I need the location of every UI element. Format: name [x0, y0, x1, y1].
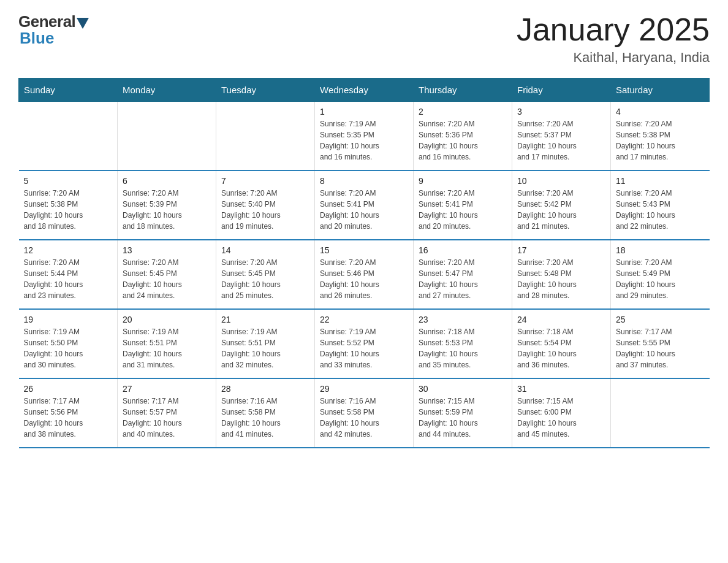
- calendar-cell: [118, 102, 216, 171]
- calendar-cell: 10Sunrise: 7:20 AMSunset: 5:42 PMDayligh…: [512, 170, 611, 240]
- day-info: Sunrise: 7:18 AMSunset: 5:53 PMDaylight:…: [419, 326, 507, 370]
- day-info: Sunrise: 7:20 AMSunset: 5:49 PMDaylight:…: [616, 257, 705, 301]
- header-cell-thursday: Thursday: [414, 79, 512, 102]
- day-number: 23: [419, 315, 507, 324]
- header-cell-sunday: Sunday: [19, 79, 118, 102]
- day-number: 10: [517, 176, 605, 186]
- calendar-cell: 31Sunrise: 7:15 AMSunset: 6:00 PMDayligh…: [512, 378, 611, 448]
- day-number: 5: [24, 176, 113, 186]
- day-number: 30: [419, 384, 507, 394]
- calendar-subtitle: Kaithal, Haryana, India: [517, 50, 710, 66]
- logo-blue-text: Blue: [18, 29, 54, 48]
- day-number: 18: [616, 245, 705, 255]
- calendar-cell: 9Sunrise: 7:20 AMSunset: 5:41 PMDaylight…: [414, 170, 512, 240]
- day-number: 24: [517, 315, 605, 324]
- week-row-2: 5Sunrise: 7:20 AMSunset: 5:38 PMDaylight…: [19, 170, 710, 240]
- day-info: Sunrise: 7:17 AMSunset: 5:56 PMDaylight:…: [24, 396, 113, 440]
- calendar-cell: 11Sunrise: 7:20 AMSunset: 5:43 PMDayligh…: [611, 170, 710, 240]
- header-cell-tuesday: Tuesday: [216, 79, 315, 102]
- day-number: 16: [419, 245, 507, 255]
- day-number: 15: [320, 245, 408, 255]
- day-number: 7: [221, 176, 309, 186]
- calendar-cell: 23Sunrise: 7:18 AMSunset: 5:53 PMDayligh…: [414, 309, 512, 378]
- calendar-title: January 2025: [517, 12, 710, 47]
- day-info: Sunrise: 7:20 AMSunset: 5:40 PMDaylight:…: [221, 188, 309, 232]
- day-info: Sunrise: 7:19 AMSunset: 5:51 PMDaylight:…: [123, 326, 211, 370]
- week-row-3: 12Sunrise: 7:20 AMSunset: 5:44 PMDayligh…: [19, 240, 710, 309]
- header-row: SundayMondayTuesdayWednesdayThursdayFrid…: [19, 79, 710, 102]
- day-number: 4: [616, 107, 705, 117]
- day-number: 12: [24, 245, 113, 255]
- day-info: Sunrise: 7:20 AMSunset: 5:38 PMDaylight:…: [24, 188, 113, 232]
- day-info: Sunrise: 7:16 AMSunset: 5:58 PMDaylight:…: [320, 396, 408, 440]
- calendar-cell: 17Sunrise: 7:20 AMSunset: 5:48 PMDayligh…: [512, 240, 611, 309]
- day-number: 19: [24, 315, 113, 324]
- day-number: 1: [320, 107, 408, 117]
- day-info: Sunrise: 7:20 AMSunset: 5:46 PMDaylight:…: [320, 257, 408, 301]
- calendar-cell: 5Sunrise: 7:20 AMSunset: 5:38 PMDaylight…: [19, 170, 118, 240]
- day-info: Sunrise: 7:20 AMSunset: 5:37 PMDaylight:…: [517, 118, 605, 163]
- calendar-cell: 14Sunrise: 7:20 AMSunset: 5:45 PMDayligh…: [216, 240, 315, 309]
- day-number: 11: [616, 176, 705, 186]
- day-info: Sunrise: 7:19 AMSunset: 5:52 PMDaylight:…: [320, 326, 408, 370]
- calendar-cell: 15Sunrise: 7:20 AMSunset: 5:46 PMDayligh…: [315, 240, 414, 309]
- calendar-cell: 7Sunrise: 7:20 AMSunset: 5:40 PMDaylight…: [216, 170, 315, 240]
- day-number: 2: [419, 107, 507, 117]
- calendar-cell: 18Sunrise: 7:20 AMSunset: 5:49 PMDayligh…: [611, 240, 710, 309]
- calendar-cell: 12Sunrise: 7:20 AMSunset: 5:44 PMDayligh…: [19, 240, 118, 309]
- calendar-cell: 24Sunrise: 7:18 AMSunset: 5:54 PMDayligh…: [512, 309, 611, 378]
- calendar-cell: 19Sunrise: 7:19 AMSunset: 5:50 PMDayligh…: [19, 309, 118, 378]
- calendar-cell: 3Sunrise: 7:20 AMSunset: 5:37 PMDaylight…: [512, 102, 611, 171]
- page-header: General Blue January 2025 Kaithal, Harya…: [18, 12, 710, 66]
- day-info: Sunrise: 7:20 AMSunset: 5:39 PMDaylight:…: [123, 188, 211, 232]
- calendar-cell: 21Sunrise: 7:19 AMSunset: 5:51 PMDayligh…: [216, 309, 315, 378]
- day-number: 8: [320, 176, 408, 186]
- calendar-cell: 4Sunrise: 7:20 AMSunset: 5:38 PMDaylight…: [611, 102, 710, 171]
- day-number: 13: [123, 245, 211, 255]
- day-info: Sunrise: 7:20 AMSunset: 5:45 PMDaylight:…: [123, 257, 211, 301]
- calendar-cell: 1Sunrise: 7:19 AMSunset: 5:35 PMDaylight…: [315, 102, 414, 171]
- day-info: Sunrise: 7:20 AMSunset: 5:43 PMDaylight:…: [616, 188, 705, 232]
- day-info: Sunrise: 7:15 AMSunset: 6:00 PMDaylight:…: [517, 396, 605, 440]
- calendar-cell: 2Sunrise: 7:20 AMSunset: 5:36 PMDaylight…: [414, 102, 512, 171]
- day-number: 31: [517, 384, 605, 394]
- day-info: Sunrise: 7:20 AMSunset: 5:44 PMDaylight:…: [24, 257, 113, 301]
- week-row-1: 1Sunrise: 7:19 AMSunset: 5:35 PMDaylight…: [19, 102, 710, 171]
- calendar-cell: 8Sunrise: 7:20 AMSunset: 5:41 PMDaylight…: [315, 170, 414, 240]
- day-info: Sunrise: 7:16 AMSunset: 5:58 PMDaylight:…: [221, 396, 309, 440]
- day-number: 26: [24, 384, 113, 394]
- calendar-cell: 13Sunrise: 7:20 AMSunset: 5:45 PMDayligh…: [118, 240, 216, 309]
- calendar-cell: 20Sunrise: 7:19 AMSunset: 5:51 PMDayligh…: [118, 309, 216, 378]
- header-cell-friday: Friday: [512, 79, 611, 102]
- day-info: Sunrise: 7:20 AMSunset: 5:41 PMDaylight:…: [320, 188, 408, 232]
- calendar-cell: 26Sunrise: 7:17 AMSunset: 5:56 PMDayligh…: [19, 378, 118, 448]
- day-info: Sunrise: 7:20 AMSunset: 5:41 PMDaylight:…: [419, 188, 507, 232]
- day-info: Sunrise: 7:19 AMSunset: 5:35 PMDaylight:…: [320, 118, 408, 163]
- day-number: 22: [320, 315, 408, 324]
- day-info: Sunrise: 7:17 AMSunset: 5:55 PMDaylight:…: [616, 326, 705, 370]
- calendar-cell: 29Sunrise: 7:16 AMSunset: 5:58 PMDayligh…: [315, 378, 414, 448]
- day-number: 3: [517, 107, 605, 117]
- day-number: 25: [616, 315, 705, 324]
- calendar-table: SundayMondayTuesdayWednesdayThursdayFrid…: [18, 78, 710, 448]
- calendar-cell: 16Sunrise: 7:20 AMSunset: 5:47 PMDayligh…: [414, 240, 512, 309]
- day-info: Sunrise: 7:20 AMSunset: 5:48 PMDaylight:…: [517, 257, 605, 301]
- day-number: 28: [221, 384, 309, 394]
- day-number: 9: [419, 176, 507, 186]
- day-number: 17: [517, 245, 605, 255]
- calendar-cell: 30Sunrise: 7:15 AMSunset: 5:59 PMDayligh…: [414, 378, 512, 448]
- day-info: Sunrise: 7:19 AMSunset: 5:50 PMDaylight:…: [24, 326, 113, 370]
- week-row-5: 26Sunrise: 7:17 AMSunset: 5:56 PMDayligh…: [19, 378, 710, 448]
- calendar-cell: 28Sunrise: 7:16 AMSunset: 5:58 PMDayligh…: [216, 378, 315, 448]
- header-cell-saturday: Saturday: [611, 79, 710, 102]
- header-cell-monday: Monday: [118, 79, 216, 102]
- day-info: Sunrise: 7:19 AMSunset: 5:51 PMDaylight:…: [221, 326, 309, 370]
- day-info: Sunrise: 7:20 AMSunset: 5:47 PMDaylight:…: [419, 257, 507, 301]
- week-row-4: 19Sunrise: 7:19 AMSunset: 5:50 PMDayligh…: [19, 309, 710, 378]
- day-number: 27: [123, 384, 211, 394]
- calendar-cell: [216, 102, 315, 171]
- day-info: Sunrise: 7:15 AMSunset: 5:59 PMDaylight:…: [419, 396, 507, 440]
- calendar-cell: [19, 102, 118, 171]
- calendar-cell: 22Sunrise: 7:19 AMSunset: 5:52 PMDayligh…: [315, 309, 414, 378]
- day-info: Sunrise: 7:20 AMSunset: 5:42 PMDaylight:…: [517, 188, 605, 232]
